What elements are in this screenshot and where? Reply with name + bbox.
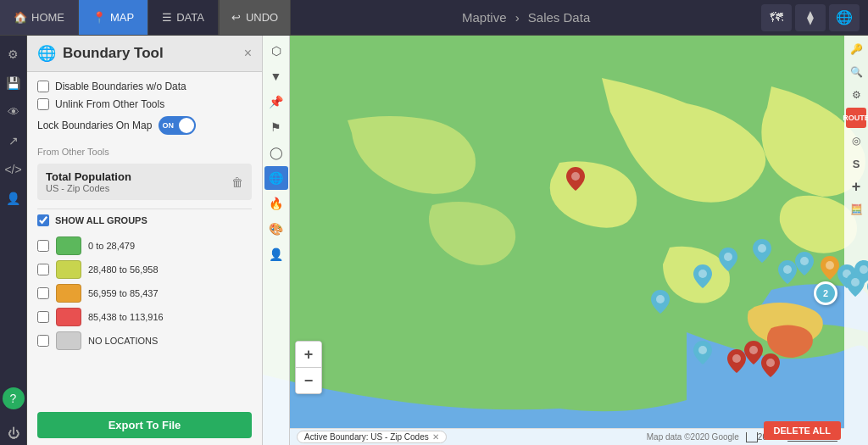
flag-tool-btn[interactable]: ⚑ [264, 115, 288, 139]
circle-tool-btn[interactable]: ◯ [264, 141, 288, 164]
marker-m8[interactable] [821, 256, 839, 280]
disable-boundaries-label: Disable Boundaries w/o Data [55, 81, 186, 92]
unlink-tools-label: Unlink From Other Tools [55, 98, 164, 110]
settings-sidebar-icon[interactable]: ⚙ [2, 42, 25, 66]
org-button[interactable]: 🌐 [829, 4, 860, 31]
zoom-out-button[interactable]: − [296, 368, 321, 393]
range-label-2: 56,959 to 85,437 [88, 288, 159, 298]
save-icon[interactable]: 💾 [2, 71, 25, 95]
range-rows: 0 to 28,479 28,480 to 56,958 56,959 to 8… [37, 236, 252, 350]
marker-m11[interactable] [854, 260, 868, 284]
range-checkbox-4[interactable] [37, 335, 49, 347]
marker-m2[interactable] [651, 290, 670, 314]
map-button[interactable]: 📍 MAP [79, 0, 148, 35]
map-footer: Active Boundary: US - Zip Codes ✕ Map da… [290, 428, 844, 445]
range-label-1: 28,480 to 56,958 [88, 264, 159, 275]
filter-tool-btn[interactable]: ▼ [264, 64, 288, 88]
map-copyright: Map data ©2020 Google [647, 432, 739, 442]
locate-button[interactable]: ◎ [846, 131, 866, 151]
svg-point-4 [724, 253, 732, 261]
unlink-tools-checkbox[interactable] [37, 98, 49, 110]
export-button[interactable]: Export To File [37, 412, 252, 438]
key-button[interactable]: 🔑 [846, 39, 866, 59]
svg-point-7 [800, 257, 809, 265]
range-checkbox-1[interactable] [37, 264, 49, 275]
range-color-3 [56, 308, 81, 326]
unlink-tools-row: Unlink From Other Tools [37, 98, 252, 110]
range-row: 85,438 to 113,916 [37, 308, 252, 326]
magnify-button[interactable]: 🔍 [846, 62, 866, 82]
power-icon[interactable]: ⏻ [2, 421, 25, 445]
globe-panel-icon: 🌐 [37, 44, 56, 63]
range-row: 56,959 to 85,437 [37, 284, 252, 303]
top-navigation: 🏠 HOME 📍 MAP ☰ DATA ↩ UNDO Maptive › Sal… [0, 0, 868, 36]
marker-m6[interactable] [778, 260, 797, 284]
show-all-row: SHOW ALL GROUPS [37, 209, 252, 231]
range-checkbox-3[interactable] [37, 311, 49, 323]
toggle-knob [179, 118, 194, 133]
marker-m4[interactable] [719, 248, 737, 271]
marker-m20[interactable] [744, 341, 763, 364]
stack-button[interactable]: ⧫ [795, 4, 826, 31]
show-all-label: SHOW ALL GROUPS [55, 215, 147, 225]
range-color-1 [56, 260, 81, 279]
route-button[interactable]: ROUTE [846, 108, 866, 128]
marker-m21[interactable] [761, 353, 780, 377]
zoom-in-button[interactable]: + [296, 342, 321, 367]
range-row: 0 to 28,479 [37, 236, 252, 255]
data-button[interactable]: ☰ DATA [148, 0, 219, 35]
eye-icon[interactable]: 👁 [2, 100, 25, 124]
plus-button[interactable]: + [846, 176, 866, 197]
disable-boundaries-checkbox[interactable] [37, 81, 49, 92]
svg-point-2 [656, 295, 665, 303]
active-boundary-text: Active Boundary: US - Zip Codes [304, 432, 429, 442]
panel-body: Disable Boundaries w/o Data Unlink From … [27, 72, 262, 405]
pin-tool-btn[interactable]: 📌 [264, 90, 288, 114]
globe-tool-btn[interactable]: 🌐 [264, 166, 288, 190]
marker-m7[interactable] [795, 252, 814, 275]
code-icon[interactable]: </> [2, 158, 25, 181]
main-area: ⚙ 💾 👁 ↗ </> 👤 ? ⏻ 🌐 Boundary Tool × Disa… [0, 36, 868, 445]
from-other-tools-label: From Other Tools [37, 143, 252, 157]
marker-m18[interactable] [693, 341, 712, 364]
help-icon[interactable]: ? [3, 387, 25, 409]
home-button[interactable]: 🏠 HOME [0, 0, 79, 35]
show-all-checkbox[interactable] [37, 214, 49, 226]
range-checkbox-2[interactable] [37, 287, 49, 299]
map-background [263, 36, 868, 445]
marker-m3[interactable] [693, 264, 712, 288]
person-tool-btn[interactable]: 👤 [264, 242, 288, 266]
panel-close-button[interactable]: × [244, 46, 252, 61]
polygon-tool-btn[interactable]: ⬡ [264, 39, 288, 63]
calculator-button[interactable]: 🧮 [846, 199, 866, 220]
marker-m5[interactable] [753, 239, 771, 263]
user-icon[interactable]: 👤 [2, 186, 25, 210]
lock-toggle[interactable]: ON [159, 116, 196, 135]
layers-button[interactable]: 🗺 [761, 4, 792, 31]
svg-point-5 [758, 244, 766, 253]
map-toolbar: ⬡ ▼ 📌 ⚑ ◯ 🌐 🔥 🎨 👤 [263, 36, 290, 445]
heat-tool-btn[interactable]: 🔥 [264, 192, 288, 215]
cluster-badge[interactable]: 2 [814, 281, 837, 305]
wrench-button[interactable]: ⚙ [846, 85, 866, 105]
nav-right-icons: 🗺 ⧫ 🌐 [761, 4, 868, 31]
boundary-delete-button[interactable]: 🗑 [231, 175, 243, 189]
marker-m19[interactable] [727, 349, 746, 373]
map-area[interactable]: ⬡ ▼ 📌 ⚑ ◯ 🌐 🔥 🎨 👤 + − 🔑 🔍 ⚙ ROUTE ◎ S + … [263, 36, 868, 445]
range-label-3: 85,438 to 113,916 [88, 312, 164, 322]
delete-all-button[interactable]: DELETE ALL [764, 421, 841, 440]
cluster-count: 2 [823, 288, 828, 298]
left-sidebar: ⚙ 💾 👁 ↗ </> 👤 ? ⏻ [0, 36, 27, 445]
undo-icon: ↩ [231, 11, 241, 24]
undo-button[interactable]: ↩ UNDO [219, 0, 291, 35]
marker-m1[interactable] [566, 167, 585, 191]
badge-close-button[interactable]: ✕ [432, 432, 439, 442]
share-icon[interactable]: ↗ [2, 129, 25, 153]
street-view-button[interactable]: S [846, 153, 866, 174]
range-checkbox-0[interactable] [37, 240, 49, 252]
range-color-2 [56, 284, 81, 303]
range-label-4: NO LOCATIONS [88, 336, 158, 346]
palette-tool-btn[interactable]: 🎨 [264, 217, 288, 241]
range-row: NO LOCATIONS [37, 331, 252, 350]
svg-point-6 [783, 265, 792, 274]
